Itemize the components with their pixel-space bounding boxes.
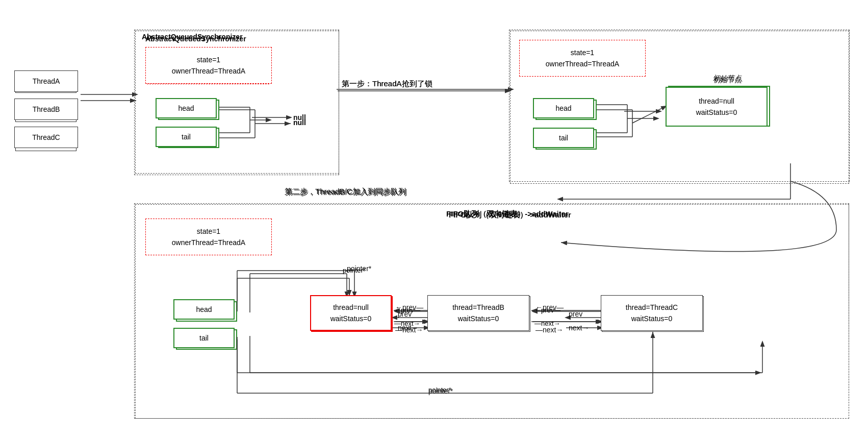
- null-text: null: [293, 118, 306, 127]
- bottom-head: head: [173, 299, 235, 320]
- pointer-bottom: pointer*: [428, 386, 451, 394]
- aqs-head: head: [156, 98, 217, 118]
- step1: 第一步：ThreadA抢到了锁: [342, 79, 432, 89]
- step2: 第二步，ThreadB/C加入到同步队列: [285, 187, 406, 197]
- bottom-tail: tail: [173, 328, 235, 348]
- top-right-state: state=1ownerThread=ThreadA: [519, 40, 646, 77]
- pointer-top: pointer*: [343, 267, 366, 274]
- aqs-tail: tail: [156, 127, 217, 147]
- bottom-state: state=1ownerThread=ThreadA: [145, 219, 272, 255]
- top-right-head: head: [533, 98, 594, 118]
- aqs-state: state=1ownerThread=ThreadA: [145, 47, 272, 84]
- fifo-label-text: FIFO队列（双向链表）->addWaiter: [446, 209, 569, 219]
- initial-node-text: 初始节点: [713, 76, 742, 85]
- threadB-box: ThreadB: [14, 99, 78, 120]
- thread-b-node: thread=ThreadBwaitStatus=0: [427, 295, 529, 331]
- prev-label-null-b: ←prev—: [394, 306, 420, 314]
- next-label-b-c: —next→: [534, 320, 560, 327]
- top-right-tail: tail: [533, 128, 594, 148]
- prev-label-b-c: ←prev—: [534, 306, 560, 314]
- threadC-box: ThreadC: [14, 127, 78, 148]
- thread-c-node: thread=ThreadCwaitStatus=0: [601, 295, 703, 331]
- initial-node: thread=nullwaitStatus=0: [666, 87, 768, 127]
- thread-null-node: thread=nullwaitStatus=0: [310, 295, 392, 331]
- aqs-title-text: AbstractQueuedSynchronizer: [142, 33, 243, 41]
- threadA-box: ThreadA: [14, 70, 78, 92]
- next-label-null-b: —next→: [394, 320, 420, 327]
